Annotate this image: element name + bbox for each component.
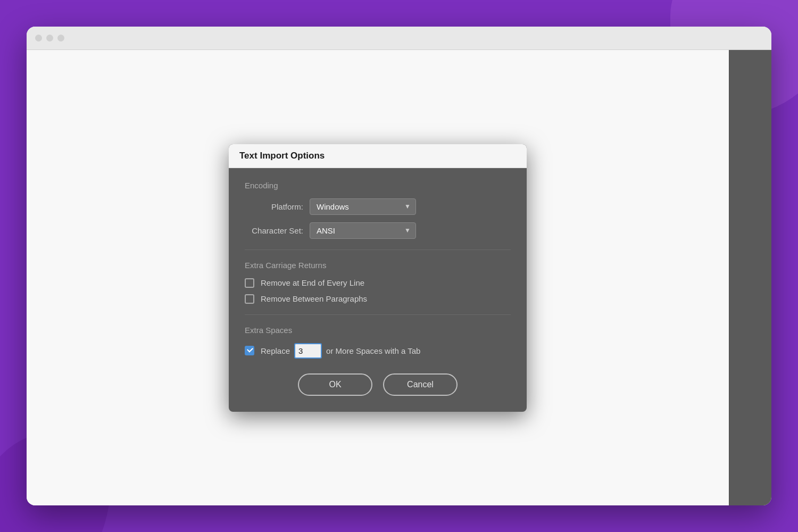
traffic-light-minimize[interactable] (46, 35, 53, 41)
encoding-section: Encoding Platform: Windows Mac Linux (245, 181, 511, 239)
cancel-button[interactable]: Cancel (383, 373, 458, 396)
platform-label: Platform: (245, 202, 303, 211)
extra-spaces-label: Extra Spaces (245, 326, 511, 335)
traffic-light-close[interactable] (35, 35, 42, 41)
remove-end-of-line-checkbox[interactable] (245, 278, 254, 288)
dialog-titlebar: Text Import Options (229, 144, 527, 168)
carriage-returns-label: Extra Carriage Returns (245, 261, 511, 270)
replace-row: Replace or More Spaces with a Tab (261, 343, 420, 359)
traffic-light-maximize[interactable] (57, 35, 64, 41)
replace-prefix: Replace (261, 346, 290, 355)
remove-between-paragraphs-checkbox[interactable] (245, 294, 254, 304)
remove-end-of-line-label: Remove at End of Every Line (261, 278, 364, 287)
charset-select[interactable]: ANSI UTF-8 UTF-16 (310, 222, 416, 239)
app-window: Text Import Options Encoding Platform: (27, 27, 771, 505)
button-row: OK Cancel (245, 373, 511, 396)
title-bar (27, 27, 771, 50)
spaces-number-wrapper (294, 343, 322, 359)
extra-spaces-section: Extra Spaces Replace or More Spaces with… (245, 326, 511, 359)
right-sidebar (729, 50, 771, 505)
remove-end-of-line-row: Remove at End of Every Line (245, 278, 511, 288)
replace-spaces-row: Replace or More Spaces with a Tab (245, 343, 511, 359)
remove-between-paragraphs-label: Remove Between Paragraphs (261, 294, 367, 303)
dialog-body: Encoding Platform: Windows Mac Linux (229, 168, 527, 412)
divider-1 (245, 250, 511, 250)
remove-between-paragraphs-row: Remove Between Paragraphs (245, 294, 511, 304)
encoding-section-label: Encoding (245, 181, 511, 190)
ok-button[interactable]: OK (298, 373, 372, 396)
charset-label: Character Set: (245, 226, 303, 235)
replace-suffix: or More Spaces with a Tab (326, 346, 420, 355)
charset-row: Character Set: ANSI UTF-8 UTF-16 ▼ (245, 222, 511, 239)
text-import-options-dialog: Text Import Options Encoding Platform: (229, 144, 527, 412)
platform-select-wrapper: Windows Mac Linux ▼ (310, 198, 416, 215)
app-content: Text Import Options Encoding Platform: (27, 50, 771, 505)
platform-row: Platform: Windows Mac Linux ▼ (245, 198, 511, 215)
extra-carriage-returns-section: Extra Carriage Returns Remove at End of … (245, 261, 511, 304)
replace-spaces-checkbox[interactable] (245, 346, 254, 355)
spaces-number-input[interactable] (294, 343, 322, 359)
divider-2 (245, 314, 511, 315)
dialog-title: Text Import Options (239, 151, 325, 161)
charset-select-wrapper: ANSI UTF-8 UTF-16 ▼ (310, 222, 416, 239)
platform-select[interactable]: Windows Mac Linux (310, 198, 416, 215)
canvas-area: Text Import Options Encoding Platform: (27, 50, 729, 505)
dialog-overlay: Text Import Options Encoding Platform: (27, 50, 729, 505)
